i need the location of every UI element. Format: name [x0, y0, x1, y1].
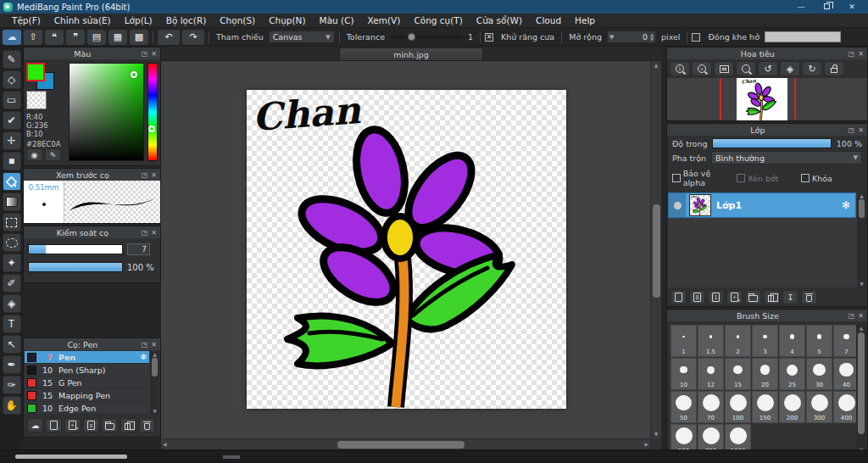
brush-size-20[interactable]: 20: [752, 358, 778, 390]
scroll-thumb[interactable]: [858, 332, 865, 434]
add-layer-button[interactable]: [670, 290, 687, 304]
scroll-up-icon[interactable]: ▲: [860, 325, 864, 331]
delete-layer-button[interactable]: [801, 290, 817, 304]
menu-item-3[interactable]: Lớp(L): [118, 15, 159, 25]
medibang-cloud-button[interactable]: ☁: [3, 30, 21, 45]
lock-checkbox[interactable]: [801, 174, 810, 182]
add-folder-button[interactable]: [745, 290, 761, 304]
hue-slider[interactable]: [147, 63, 158, 161]
menu-item-4[interactable]: Bộ lọc(R): [159, 15, 214, 25]
transparent-color-swatch[interactable]: [26, 91, 47, 109]
popout-icon[interactable]: ◳: [849, 312, 855, 320]
divide-tool[interactable]: ✑: [3, 376, 21, 394]
scroll-down-icon[interactable]: ▼: [860, 281, 864, 287]
select-tool[interactable]: [3, 213, 21, 232]
hue-marker[interactable]: [148, 126, 155, 132]
palette-button[interactable]: ✎: [45, 148, 61, 161]
eyedropper-tool[interactable]: ✒: [3, 355, 21, 374]
layer-opacity-slider[interactable]: [712, 138, 831, 148]
magic-wand-tool[interactable]: ✦: [3, 254, 21, 272]
duplicate-layer-button[interactable]: [764, 290, 780, 304]
brush-size-5[interactable]: 5: [806, 325, 832, 357]
rotate-ccw-button[interactable]: ↺: [758, 61, 778, 76]
popout-icon[interactable]: ◳: [849, 50, 855, 58]
brush-size-100[interactable]: 100: [725, 391, 751, 423]
spinner-arrows-icon[interactable]: ▲▼: [650, 33, 655, 42]
scroll-thumb[interactable]: [337, 441, 465, 449]
scroll-thumb[interactable]: [152, 358, 158, 377]
menu-item-2[interactable]: Chỉnh sửa(E): [47, 15, 118, 25]
brush-size-150[interactable]: 150: [752, 391, 778, 423]
eraser-tool[interactable]: ◇: [3, 70, 21, 89]
add-brush-menu-button[interactable]: +▼: [64, 418, 81, 432]
canvas-viewport[interactable]: Chan: [161, 61, 661, 449]
popout-icon[interactable]: ◳: [142, 229, 148, 237]
brush-row-2[interactable]: 10Pen (Sharp): [25, 364, 149, 377]
brush-size-3[interactable]: 3: [752, 325, 778, 357]
brush-size-10[interactable]: 10: [670, 358, 697, 390]
shape-tool[interactable]: ▭: [3, 91, 21, 109]
chat-button[interactable]: ❞: [66, 30, 85, 45]
brush-row-1[interactable]: 7Pen✻: [25, 351, 149, 364]
zoom-out-button[interactable]: -: [736, 61, 756, 76]
menu-item-8[interactable]: Xem(V): [361, 15, 408, 25]
close-icon[interactable]: ✕: [858, 312, 864, 320]
popout-icon[interactable]: ◳: [849, 126, 855, 134]
brush-size-1.5[interactable]: 1.5: [698, 325, 724, 357]
alpha-lock-checkbox[interactable]: [672, 174, 681, 182]
text-tool[interactable]: T: [3, 315, 21, 333]
brush-size-200[interactable]: 200: [779, 391, 805, 423]
duplicate-brush-button[interactable]: [120, 418, 136, 432]
zoom-in-button[interactable]: +: [692, 61, 712, 76]
brush-script-button[interactable]: s: [83, 418, 99, 432]
popout-icon[interactable]: ◳: [142, 171, 148, 179]
tolerance-slider[interactable]: [390, 36, 463, 39]
brush-size-1[interactable]: 1: [670, 325, 697, 357]
close-gap-checkbox[interactable]: [692, 33, 700, 42]
brush-size-2[interactable]: 2: [725, 325, 751, 357]
zoom-reset-button[interactable]: 1: [670, 61, 690, 76]
rotate-reset-button[interactable]: ◈: [780, 61, 800, 76]
material-button[interactable]: ▩: [130, 30, 148, 45]
popout-icon[interactable]: ◳: [142, 341, 148, 349]
menu-item-1[interactable]: Tệp(F): [5, 15, 47, 25]
scroll-up-icon[interactable]: ▲: [860, 192, 864, 199]
scroll-thumb[interactable]: [653, 204, 660, 298]
add-special-layer-button[interactable]: +▼: [726, 290, 743, 304]
select-pen-tool[interactable]: ✐: [3, 274, 21, 293]
brush-opacity-slider[interactable]: [28, 262, 123, 272]
close-icon[interactable]: ✕: [151, 341, 157, 349]
menu-item-9[interactable]: Công cụ(T): [407, 15, 469, 25]
brush-size-scrollbar[interactable]: ▲ ▼: [856, 325, 866, 453]
minimize-button[interactable]: —: [788, 3, 814, 11]
menu-item-12[interactable]: Help: [568, 15, 602, 25]
navigator-thumbnail[interactable]: Chan: [737, 78, 787, 120]
canvas-vertical-scrollbar[interactable]: ▲ ▼: [650, 61, 661, 438]
close-icon[interactable]: ✕: [151, 171, 157, 179]
snap-brush-tool[interactable]: ✔: [3, 111, 21, 130]
brush-folder-button[interactable]: [102, 418, 118, 432]
drawing-canvas[interactable]: Chan: [247, 90, 566, 409]
cloud-brush-button[interactable]: ☁: [27, 418, 43, 432]
brush-row-3[interactable]: 15G Pen: [25, 377, 149, 389]
popout-icon[interactable]: ◳: [142, 50, 148, 58]
brush-size-value[interactable]: 7: [127, 243, 150, 255]
brush-list-scrollbar[interactable]: ▲ ▼: [150, 351, 159, 415]
reference-select[interactable]: Canvas ▼: [269, 31, 335, 43]
brush-size-300[interactable]: 300: [806, 391, 832, 423]
document-button[interactable]: ▤: [87, 30, 106, 45]
scroll-thumb[interactable]: [859, 199, 865, 218]
redo-button[interactable]: ↷: [182, 30, 204, 45]
select-eraser-tool[interactable]: ◈: [3, 294, 21, 313]
color-wheel-button[interactable]: ◉: [26, 148, 42, 161]
brush-size-30[interactable]: 30: [806, 358, 832, 390]
brush-size-70[interactable]: 70: [698, 391, 724, 423]
navigator-preview[interactable]: Chan: [667, 78, 867, 120]
brush-size-50[interactable]: 50: [670, 391, 697, 423]
brush-size-25[interactable]: 25: [779, 358, 805, 390]
bucket-tool[interactable]: [3, 172, 21, 191]
slider-thumb[interactable]: [408, 33, 415, 41]
foreground-color-swatch[interactable]: [26, 63, 45, 81]
hand-tool[interactable]: ✋: [3, 396, 21, 415]
canvas-horizontal-scrollbar[interactable]: ◀ ▶: [161, 438, 650, 449]
